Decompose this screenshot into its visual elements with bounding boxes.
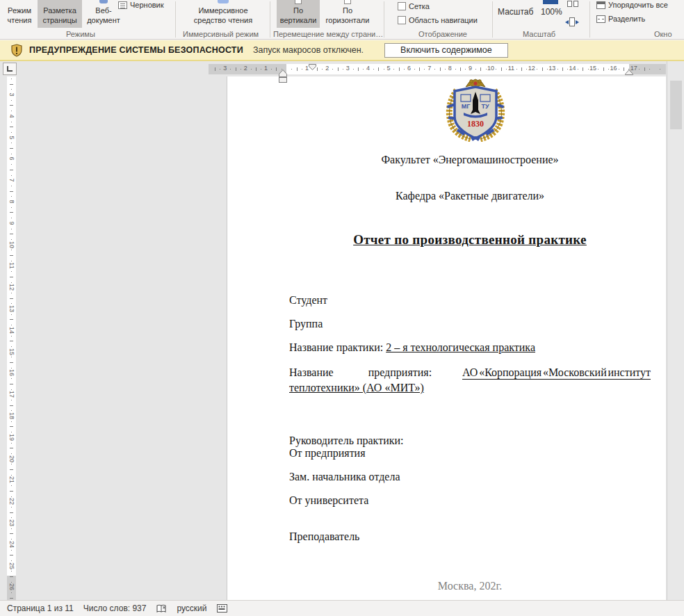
tab-selector[interactable] xyxy=(3,63,17,75)
ruler-tick xyxy=(11,571,12,572)
ruler-tick xyxy=(276,67,277,71)
ribbon-view-tab: Режим чтения Разметка страницы Веб-докум… xyxy=(0,0,684,40)
ruler-tick xyxy=(660,69,660,70)
language-status[interactable]: русский xyxy=(177,603,206,613)
ruler-tick xyxy=(506,69,507,70)
multiple-pages-icon[interactable] xyxy=(567,1,578,7)
ruler-tick xyxy=(317,67,318,71)
gridlines-checkbox-row[interactable]: Сетка xyxy=(398,2,430,10)
immersive-reader-button[interactable]: Иммерсивное средство чтения xyxy=(182,0,264,28)
ruler-tick xyxy=(11,196,12,197)
ruler-tick xyxy=(11,250,12,250)
ruler-tick xyxy=(10,576,13,577)
proofing-errors-icon[interactable] xyxy=(156,603,167,614)
university-emblem: МГ ТУ 1830 xyxy=(443,78,508,142)
split-button[interactable]: Разделить xyxy=(596,15,645,23)
ruler-tick xyxy=(11,186,12,186)
ruler-tick xyxy=(11,421,12,422)
navigation-pane-checkbox[interactable] xyxy=(398,16,406,24)
warning-title: ПРЕДУПРЕЖДЕНИЕ СИСТЕМЫ БЕЗОПАСНОСТИ xyxy=(29,45,243,55)
ruler-tick xyxy=(11,282,12,283)
ruler-tick xyxy=(10,469,13,470)
draft-view-button[interactable]: Черновик xyxy=(118,1,164,9)
vertical-page-movement-button[interactable]: По вертикали xyxy=(277,0,320,28)
gridlines-checkbox[interactable] xyxy=(398,2,406,10)
ruler-tick xyxy=(480,67,481,71)
horizontal-pages-icon xyxy=(344,0,351,4)
practice-value: 2 – я технологическая практика xyxy=(386,341,535,353)
read-mode-button[interactable]: Режим чтения xyxy=(3,0,36,28)
ruler-tick xyxy=(261,69,261,70)
split-icon xyxy=(596,15,605,23)
ruler-tick xyxy=(598,69,598,70)
ruler-tick xyxy=(10,191,13,192)
svg-text:МГ: МГ xyxy=(462,103,471,110)
page-number-status[interactable]: Страница 1 из 11 xyxy=(7,603,74,613)
word-count-status[interactable]: Число слов: 937 xyxy=(83,603,147,613)
ruler-tick xyxy=(11,432,12,432)
ruler-tick xyxy=(11,293,12,293)
ruler-tick xyxy=(557,69,558,70)
ruler-number: 2 xyxy=(325,65,329,72)
ruler-tick xyxy=(10,170,13,170)
zoom-100-button[interactable]: 100% xyxy=(541,7,562,17)
ruler-tick xyxy=(384,69,384,70)
word-window: Режим чтения Разметка страницы Веб-докум… xyxy=(0,0,684,616)
horizontal-ruler[interactable]: 1231234567891011121314151617 xyxy=(209,64,666,74)
ruler-number: 23 xyxy=(8,519,15,527)
company-line-2: теплотехники» (АО «МИТ») xyxy=(289,382,651,394)
ruler-tick xyxy=(11,378,12,379)
hanging-indent-marker[interactable] xyxy=(279,68,287,83)
page-width-icon[interactable] xyxy=(565,17,579,26)
ruler-tick xyxy=(11,79,12,79)
macro-recorder-icon[interactable] xyxy=(217,604,227,613)
vertical-ruler[interactable]: 3456789101112131415161718192021222324252… xyxy=(7,76,16,600)
group-label-views: Режимы xyxy=(66,30,95,38)
ruler-tick xyxy=(542,67,543,71)
ruler-tick xyxy=(256,67,256,71)
ruler-number: 1 xyxy=(264,65,268,72)
ruler-tick xyxy=(11,475,12,476)
zoom-button[interactable]: Масштаб xyxy=(498,7,533,17)
first-line-indent-marker[interactable] xyxy=(309,64,316,70)
group-label-window: Окно xyxy=(654,30,672,38)
teacher-line: Преподаватель xyxy=(289,530,651,543)
ruler-number: 4 xyxy=(8,112,15,120)
vertical-scrollbar[interactable] xyxy=(667,61,684,600)
right-indent-marker[interactable] xyxy=(625,68,633,75)
ruler-number: 3 xyxy=(223,65,227,72)
ruler-tick xyxy=(10,405,13,406)
ruler-number: 12 xyxy=(8,284,15,291)
ruler-tick xyxy=(11,100,12,101)
ruler-number: 22 xyxy=(8,498,15,505)
ruler-number: 14 xyxy=(8,326,15,334)
ribbon-separator xyxy=(384,1,384,38)
ruler-tick xyxy=(11,400,12,400)
ruler-tick xyxy=(11,517,12,518)
ruler-number: 2 xyxy=(244,65,247,72)
scrollbar-thumb[interactable] xyxy=(670,81,682,129)
security-warning-bar: ПРЕДУПРЕЖДЕНИЕ СИСТЕМЫ БЕЗОПАСНОСТИ Запу… xyxy=(0,40,684,61)
ruler-tick xyxy=(11,303,12,304)
ruler-tick xyxy=(10,426,13,427)
arrange-all-button[interactable]: Упорядочить все xyxy=(596,1,668,9)
enable-content-button[interactable]: Включить содержимое xyxy=(384,43,508,58)
ruler-tick xyxy=(11,368,12,368)
ruler-number: 13 xyxy=(8,305,15,313)
ruler-tick xyxy=(338,67,339,71)
ruler-tick xyxy=(537,69,537,70)
ruler-tick xyxy=(10,84,13,85)
ruler-tick xyxy=(399,67,400,71)
print-layout-button[interactable]: Разметка страницы xyxy=(38,0,82,28)
ruler-tick xyxy=(11,582,12,583)
ruler-number: 17 xyxy=(8,391,15,398)
ruler-tick xyxy=(358,67,359,71)
horizontal-page-movement-button[interactable]: По горизонтали xyxy=(320,0,375,28)
group-label-zoom: Масштаб xyxy=(523,30,555,38)
ruler-tick xyxy=(603,67,604,71)
ruler-tick xyxy=(11,239,12,240)
ribbon-separator xyxy=(589,1,590,38)
document-page[interactable]: МГ ТУ 1830 Факультет «Энергомашиностроен… xyxy=(227,76,666,600)
navigation-pane-checkbox-row[interactable]: Область навигации xyxy=(398,16,478,24)
arrange-all-icon xyxy=(596,1,605,9)
